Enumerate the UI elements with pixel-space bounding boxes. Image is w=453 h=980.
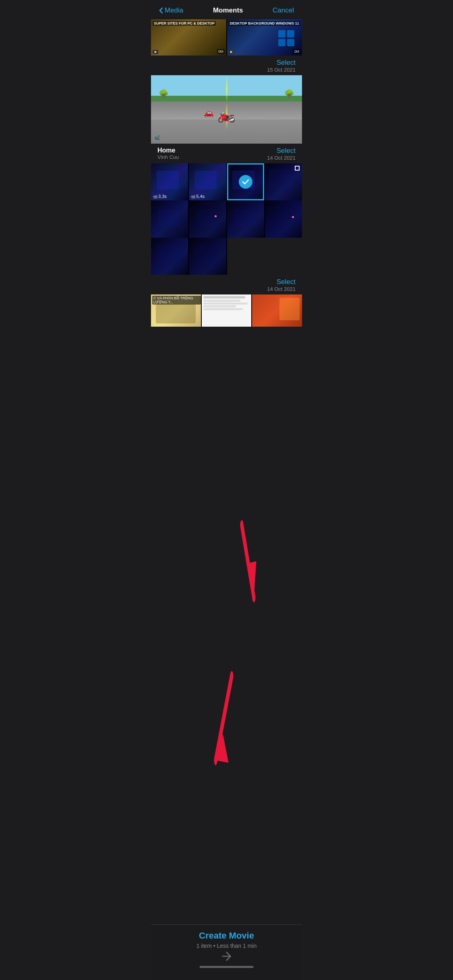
photo-thumb[interactable]: SUPER SITES FOR PC & DESKTOP ▶ 0M: [151, 19, 226, 56]
photo-thumb-7[interactable]: [227, 200, 264, 237]
svg-rect-3: [287, 39, 294, 46]
section-blue-room: 📹 3,3s 📹 5,4s: [151, 163, 302, 294]
main-content: SUPER SITES FOR PC & DESKTOP ▶ 0M DESKTO…: [151, 19, 302, 383]
photo-thumb-6[interactable]: [189, 200, 226, 237]
back-label: Media: [165, 6, 183, 14]
video-label: SUPER SITES FOR PC & DESKTOP: [153, 21, 216, 26]
bottom-photo-row: C VÀ PHÂN BỐ TRỌNG LƯỢNG T...: [151, 294, 302, 327]
windows-logo: [278, 30, 294, 46]
section-title: Home: [157, 147, 179, 154]
cancel-button[interactable]: Cancel: [273, 6, 294, 14]
video-badge-1: 📹 3,3s: [153, 194, 167, 199]
select-button-home[interactable]: Select: [267, 147, 296, 155]
select-button-blue-room[interactable]: Select: [267, 278, 296, 286]
section-right-home: Select 14 Oct 2021: [267, 147, 296, 161]
select-button-oct15[interactable]: Select: [267, 59, 296, 67]
section-oct15: SUPER SITES FOR PC & DESKTOP ▶ 0M DESKTO…: [151, 19, 302, 75]
section-date: 15 Oct 2021: [267, 67, 296, 73]
section-home: 🏍️ 🚗 🌳 🌳 📹 Home Vinh Cuu Select 14 Oct 2…: [151, 75, 302, 163]
section-header-home: Home Vinh Cuu Select 14 Oct 2021: [151, 144, 302, 163]
navigation-header: Media Moments Cancel: [151, 0, 302, 19]
video-badge-2: 📹 5,4s: [190, 194, 205, 199]
svg-rect-0: [278, 30, 285, 37]
section-date-area: Select 15 Oct 2021: [267, 59, 296, 73]
photo-thumb-4[interactable]: [265, 163, 302, 200]
photo-thumb-8[interactable]: [265, 200, 302, 237]
section-header-blue-room: Select 14 Oct 2021: [151, 275, 302, 294]
photo-grid-row3: [151, 238, 302, 275]
bottom-thumb-1[interactable]: C VÀ PHÂN BỐ TRỌNG LƯỢNG T...: [151, 294, 201, 327]
photo-thumb-10[interactable]: [189, 238, 226, 275]
bottom-thumb-3[interactable]: [252, 294, 302, 327]
section-right-blue-room: Select 14 Oct 2021: [267, 278, 296, 292]
photo-thumb-3[interactable]: [227, 163, 264, 200]
partial-photo-row: SUPER SITES FOR PC & DESKTOP ▶ 0M DESKTO…: [151, 19, 302, 56]
svg-rect-1: [287, 30, 294, 37]
video-indicator-4: [295, 166, 300, 171]
section-date-home: 14 Oct 2021: [267, 155, 296, 161]
video-label: DESKTOP BACKGROUND WINDOWS 11: [229, 21, 300, 26]
empty-space: [227, 238, 302, 275]
back-button[interactable]: Media: [159, 6, 183, 14]
photo-thumb-9[interactable]: [151, 238, 188, 275]
photo-thumb-2[interactable]: 📹 5,4s: [189, 163, 226, 200]
section-header-oct15: Select 15 Oct 2021: [151, 56, 302, 75]
photo-thumb-5[interactable]: [151, 200, 188, 237]
photo-grid-row2: [151, 200, 302, 237]
video-duration: 0M: [217, 49, 225, 54]
road-video-thumb[interactable]: 🏍️ 🚗 🌳 🌳 📹: [151, 75, 302, 144]
photo-thumb-1[interactable]: 📹 3,3s: [151, 163, 188, 200]
selected-checkmark: [239, 175, 252, 189]
video-badge: 📹: [154, 135, 160, 140]
bottom-thumb-2[interactable]: [202, 294, 252, 327]
photo-thumb[interactable]: DESKTOP BACKGROUND WINDOWS 11 ▶ 2M: [227, 19, 302, 56]
section-date-blue-room: 14 Oct 2021: [267, 286, 296, 292]
thumb-label: C VÀ PHÂN BỐ TRỌNG LƯỢNG T...: [152, 296, 201, 305]
page-title: Moments: [213, 6, 243, 14]
svg-rect-2: [278, 39, 285, 46]
section-bottom: C VÀ PHÂN BỐ TRỌNG LƯỢNG T...: [151, 294, 302, 327]
section-subtitle: Vinh Cuu: [157, 154, 179, 160]
video-duration: 2M: [293, 49, 300, 54]
photo-grid-row1: 📹 3,3s 📹 5,4s: [151, 163, 302, 200]
